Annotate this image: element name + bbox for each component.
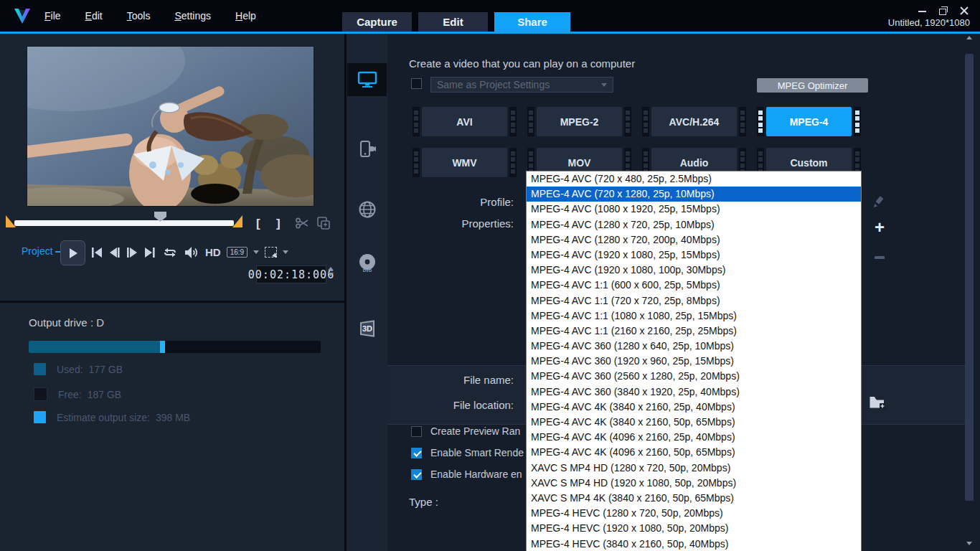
format-cell[interactable]: WMV bbox=[410, 148, 519, 177]
format-cell[interactable]: MPEG-4 bbox=[755, 107, 863, 136]
sidebar-item-web[interactable] bbox=[347, 193, 387, 226]
same-as-project-checkbox[interactable] bbox=[411, 78, 422, 89]
film-perforation bbox=[624, 107, 631, 136]
transport-controls: HD 16:9 bbox=[90, 240, 288, 264]
profile-option[interactable]: XAVC S MP4 HD (1920 x 1080, 50p, 20Mbps) bbox=[527, 476, 861, 491]
legend-label: Free: bbox=[58, 389, 82, 400]
format-cell[interactable]: AVI bbox=[410, 107, 519, 136]
share-destination-sidebar: DVD 3D bbox=[347, 34, 387, 551]
option-checkbox[interactable] bbox=[411, 426, 422, 437]
split-clip-button[interactable] bbox=[295, 217, 309, 230]
profile-option[interactable]: MPEG-4 AVC 360 (1920 x 960, 25p, 15Mbps) bbox=[527, 354, 861, 369]
profile-option[interactable]: MPEG-4 AVC 1:1 (1080 x 1080, 25p, 15Mbps… bbox=[527, 309, 861, 324]
option-checkbox[interactable] bbox=[411, 448, 422, 458]
aspect-caret-icon[interactable] bbox=[253, 250, 259, 254]
option-row[interactable]: Enable Hardware en bbox=[411, 463, 529, 485]
scrollbar-down-button[interactable] bbox=[964, 542, 974, 545]
profile-option[interactable]: MPEG-4 AVC 4K (4096 x 2160, 25p, 40Mbps) bbox=[527, 430, 861, 445]
profile-option[interactable]: MPEG-4 AVC 4K (3840 x 2160, 50p, 65Mbps) bbox=[527, 415, 861, 430]
select-tool-button[interactable] bbox=[265, 247, 277, 258]
scrollbar-thumb[interactable] bbox=[965, 54, 974, 501]
mark-out-button[interactable]: ] bbox=[276, 217, 281, 231]
profile-option[interactable]: MPEG-4 AVC (1920 x 1080, 25p, 15Mbps) bbox=[527, 248, 861, 263]
sidebar-item-disc[interactable]: DVD bbox=[347, 247, 387, 280]
share-heading: Create a video that you can play on a co… bbox=[409, 57, 635, 70]
timecode-up-button[interactable] bbox=[328, 267, 334, 270]
film-perforation bbox=[739, 107, 746, 136]
select-tool-caret-icon[interactable] bbox=[283, 250, 288, 254]
aspect-ratio-button[interactable]: 16:9 bbox=[227, 247, 248, 258]
profile-option[interactable]: MPEG-4 HEVC (1280 x 720, 50p, 20Mbps) bbox=[527, 506, 861, 521]
timecode-display[interactable]: 00:02:18:006 bbox=[256, 265, 326, 283]
home-button[interactable] bbox=[90, 247, 103, 258]
mode-tab[interactable]: Capture bbox=[342, 12, 412, 32]
prev-frame-button[interactable] bbox=[109, 247, 121, 258]
top-bar: FileEditToolsSettingsHelp CaptureEditSha… bbox=[0, 0, 980, 32]
file-name-label: File name: bbox=[390, 374, 514, 386]
profile-option[interactable]: MPEG-4 HEVC (3840 x 2160, 50p, 40Mbps) bbox=[527, 537, 861, 551]
profile-option[interactable]: MPEG-4 AVC (1280 x 720, 200p, 40Mbps) bbox=[527, 232, 861, 248]
menu-item[interactable]: File bbox=[44, 10, 61, 22]
legend-label: Used: bbox=[57, 364, 83, 375]
hd-toggle-button[interactable]: HD bbox=[205, 246, 221, 258]
profile-option[interactable]: MPEG-4 AVC (1080 x 1920, 25p, 15Mbps) bbox=[527, 202, 861, 217]
window-minimize-button[interactable] bbox=[918, 6, 927, 15]
add-profile-button[interactable]: + bbox=[872, 220, 887, 235]
timecode-down-button[interactable] bbox=[328, 273, 334, 276]
edit-profile-button[interactable] bbox=[872, 195, 887, 208]
option-row[interactable]: Enable Smart Rende bbox=[411, 442, 529, 463]
profile-option[interactable]: MPEG-4 AVC (720 x 1280, 25p, 10Mbps) bbox=[527, 187, 861, 202]
profile-option[interactable]: XAVC S MP4 4K (3840 x 2160, 50p, 65Mbps) bbox=[527, 491, 861, 506]
profile-option[interactable]: MPEG-4 AVC 1:1 (600 x 600, 25p, 5Mbps) bbox=[527, 278, 861, 293]
profile-option[interactable]: MPEG-4 AVC 1:1 (720 x 720, 25p, 8Mbps) bbox=[527, 293, 861, 309]
profile-option[interactable]: MPEG-4 AVC (720 x 480, 25p, 2.5Mbps) bbox=[527, 171, 861, 187]
project-settings-dropdown-value: Same as Project Settings bbox=[437, 79, 550, 90]
volume-button[interactable] bbox=[184, 246, 199, 259]
option-row[interactable]: Create Preview Ran bbox=[411, 420, 529, 442]
option-checkbox[interactable] bbox=[411, 469, 422, 480]
svg-text:DVD: DVD bbox=[362, 268, 372, 273]
usage-used-segment bbox=[29, 341, 160, 353]
profile-option[interactable]: MPEG-4 AVC 360 (3840 x 1920, 25p, 40Mbps… bbox=[527, 385, 861, 400]
profile-option[interactable]: MPEG-4 AVC 1:1 (2160 x 2160, 25p, 25Mbps… bbox=[527, 324, 861, 339]
profile-option[interactable]: MPEG-4 AVC (1920 x 1080, 100p, 30Mbps) bbox=[527, 263, 861, 278]
end-button[interactable] bbox=[143, 247, 156, 258]
mode-tab[interactable]: Share bbox=[494, 12, 570, 32]
sidebar-item-device[interactable] bbox=[347, 133, 387, 166]
format-cell[interactable]: AVC/H.264 bbox=[640, 107, 748, 136]
window-restore-button[interactable] bbox=[939, 6, 948, 15]
play-button[interactable] bbox=[60, 240, 85, 265]
duplicate-clip-button[interactable] bbox=[316, 216, 331, 230]
profile-option[interactable]: MPEG-4 AVC 360 (2560 x 1280, 25p, 20Mbps… bbox=[527, 369, 861, 384]
repeat-button[interactable] bbox=[162, 247, 178, 258]
mpeg-optimizer-button[interactable]: MPEG Optimizer bbox=[757, 78, 868, 93]
next-frame-button[interactable] bbox=[126, 247, 138, 258]
project-label[interactable]: Project bbox=[22, 245, 62, 257]
legend-label: Estimate output size: bbox=[57, 412, 150, 423]
underwater-scene-image bbox=[27, 47, 314, 206]
menu-item[interactable]: Edit bbox=[85, 10, 103, 22]
project-settings-dropdown[interactable]: Same as Project Settings bbox=[430, 77, 613, 93]
profile-option[interactable]: MPEG-4 AVC 4K (4096 x 2160, 50p, 65Mbps) bbox=[527, 445, 861, 460]
remove-profile-button[interactable] bbox=[872, 249, 887, 262]
mode-tab[interactable]: Edit bbox=[418, 12, 488, 32]
profile-option[interactable]: MPEG-4 AVC 4K (3840 x 2160, 25p, 40Mbps) bbox=[527, 400, 861, 415]
trim-end-handle[interactable] bbox=[232, 215, 242, 227]
profile-option[interactable]: XAVC S MP4 HD (1280 x 720, 50p, 20Mbps) bbox=[527, 461, 861, 476]
sidebar-item-computer[interactable] bbox=[347, 63, 387, 96]
window-close-button[interactable] bbox=[960, 6, 969, 15]
format-cell[interactable]: MPEG-2 bbox=[525, 107, 633, 136]
menu-item[interactable]: Settings bbox=[174, 10, 211, 22]
profile-option[interactable]: MPEG-4 AVC 360 (1280 x 640, 25p, 10Mbps) bbox=[527, 339, 861, 354]
trim-track[interactable] bbox=[14, 220, 234, 226]
scrollbar-up-button[interactable] bbox=[964, 36, 974, 39]
legend-value: 398 MB bbox=[156, 412, 190, 423]
menu-item[interactable]: Tools bbox=[127, 10, 151, 22]
globe-icon bbox=[358, 200, 377, 219]
menu-item[interactable]: Help bbox=[235, 10, 256, 22]
sidebar-item-3d[interactable]: 3D bbox=[347, 312, 387, 345]
mark-in-button[interactable]: [ bbox=[256, 217, 260, 231]
profile-option[interactable]: MPEG-4 AVC (1280 x 720, 25p, 10Mbps) bbox=[527, 217, 861, 232]
profile-option[interactable]: MPEG-4 HEVC (1920 x 1080, 50p, 20Mbps) bbox=[527, 521, 861, 536]
browse-location-button[interactable] bbox=[869, 395, 886, 410]
